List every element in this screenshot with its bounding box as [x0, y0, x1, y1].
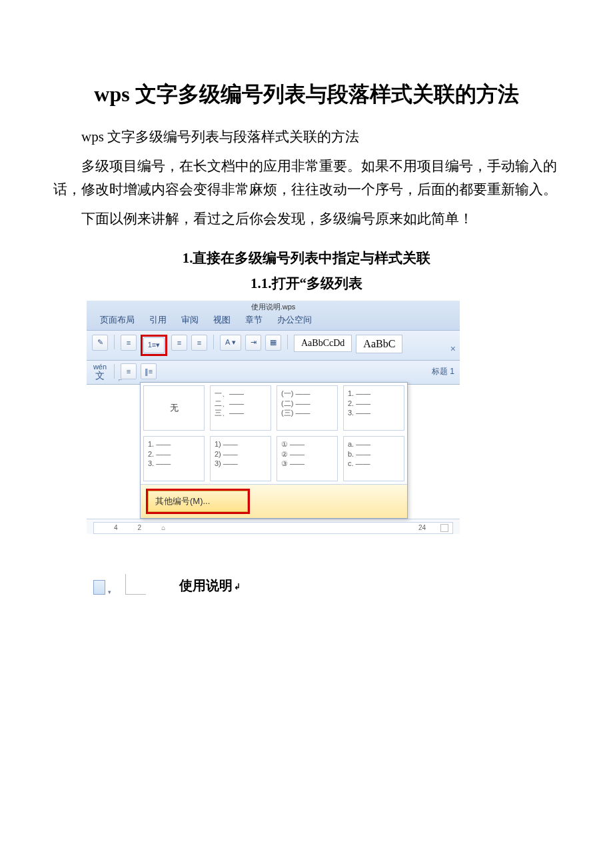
ruler-area: 4 2 ⌂ 24	[87, 519, 460, 534]
numbered-list-dropdown-button[interactable]: 1≡▾	[143, 337, 165, 353]
section-1-1-heading: 1.1.打开“多级列表	[53, 274, 560, 293]
ruler-mark-right: 24	[418, 524, 426, 531]
format-painter-icon[interactable]: ✎	[92, 335, 108, 351]
ribbon-toolbar-row2: wén 文 ≡ ‖≡ ⌐ 标题 1 ×	[87, 361, 460, 385]
ruler-mark: 4	[114, 524, 118, 531]
style-preview-normal[interactable]: AaBbCcDd	[294, 335, 352, 352]
style-preview-heading[interactable]: AaBbC	[356, 335, 402, 353]
preset-arabic-dot[interactable]: 1. —— 2. —— 3. ——	[343, 385, 404, 431]
section-1-heading: 1.直接在多级编号列表中指定与样式关联	[53, 249, 560, 267]
numbering-preset-grid: 无 一、—— 二、—— 三、—— (一) —— (二) —— (三) —— 1.…	[141, 383, 407, 485]
tab-page-layout[interactable]: 页面布局	[100, 314, 135, 326]
document-icon[interactable]	[93, 580, 105, 595]
embedded-screenshot: 使用说明.wps 页面布局 引用 审阅 视图 章节 办公空间 ✎ ≡ 1≡▾ ≡…	[87, 301, 460, 534]
decrease-indent-icon[interactable]: ≡	[171, 335, 187, 351]
separator	[114, 335, 115, 349]
bullet-list-icon[interactable]: ≡	[121, 335, 137, 351]
window-titlebar: 使用说明.wps	[87, 301, 460, 311]
style-name-label: 标题 1	[432, 366, 454, 377]
preset-cn-paren[interactable]: (一) —— (二) —— (三) ——	[277, 385, 338, 431]
separator	[114, 364, 115, 379]
ribbon-tabs: 页面布局 引用 审阅 视图 章节 办公空间	[87, 311, 460, 330]
usage-heading: 使用说明↲	[179, 577, 241, 595]
preset-circled[interactable]: ① —— ② —— ③ ——	[277, 436, 338, 481]
dropdown-footer-row: 其他编号(M)...	[141, 485, 407, 518]
paragraph-1: 多级项目编号，在长文档中的应用非常重要。如果不用项目编号，手动输入的话，修改时增…	[53, 155, 560, 202]
preset-none[interactable]: 无	[143, 385, 205, 431]
paragraph-mark-icon: ↲	[234, 582, 241, 591]
preset-arabic-dot2[interactable]: 1. —— 2. —— 3. ——	[143, 436, 205, 481]
tab-reference[interactable]: 引用	[149, 314, 167, 326]
tab-view[interactable]: 视图	[213, 314, 231, 326]
tab-review[interactable]: 审阅	[181, 314, 199, 326]
tab-icon[interactable]: ⇥	[245, 335, 261, 351]
other-numbering-menuitem[interactable]: 其他编号(M)...	[148, 491, 248, 512]
preset-alpha[interactable]: a. —— b. —— c. ——	[343, 436, 404, 481]
line-spacing-button[interactable]: ‖≡	[141, 363, 157, 379]
tab-chapter[interactable]: 章节	[245, 314, 263, 326]
document-title: wps 文字多级编号列表与段落样式关联的方法	[53, 80, 560, 109]
ruler-home-icon: ⌂	[161, 524, 165, 531]
intro-line: wps 文字多级编号列表与段落样式关联的方法	[53, 125, 560, 149]
document-page: wps 文字多级编号列表与段落样式关联的方法 wps 文字多级编号列表与段落样式…	[0, 0, 613, 621]
highlight-multilevel-button: 1≡▾	[141, 335, 167, 356]
separator	[287, 335, 288, 349]
paragraph-2: 下面以例来讲解，看过之后你会发现，多级编号原来如此简单！	[53, 207, 560, 231]
numbering-dropdown-panel: 无 一、—— 二、—— 三、—— (一) —— (二) —— (三) —— 1.…	[140, 382, 408, 519]
paragraph-icon[interactable]: ▦	[265, 335, 281, 351]
align-button[interactable]: ≡	[121, 363, 137, 379]
preset-arabic-paren[interactable]: 1) —— 2) —— 3) ——	[210, 436, 271, 481]
increase-indent-icon[interactable]: ≡	[191, 335, 207, 351]
pinyin-guide-icon[interactable]: wén 文	[92, 363, 108, 380]
below-screenshot-row: 使用说明↲	[93, 574, 560, 595]
preset-cn-number[interactable]: 一、—— 二、—— 三、——	[210, 385, 271, 431]
horizontal-ruler[interactable]: 4 2 ⌂ 24	[93, 522, 453, 534]
window-chrome: 使用说明.wps 页面布局 引用 审阅 视图 章节 办公空间	[87, 301, 460, 331]
font-button[interactable]: A ▾	[220, 335, 241, 351]
ruler-mark: 2	[138, 524, 142, 531]
close-icon[interactable]: ×	[450, 343, 456, 354]
page-corner-mark	[125, 574, 146, 595]
dialog-launcher-icon[interactable]: ⌐	[119, 376, 122, 383]
highlight-other-numbering: 其他编号(M)...	[146, 489, 250, 514]
ribbon-toolbar: ✎ ≡ 1≡▾ ≡ ≡ A ▾ ⇥ ▦ AaBbCcDd AaBbC	[87, 331, 460, 361]
separator	[213, 335, 214, 349]
tab-office-space[interactable]: 办公空间	[277, 314, 312, 326]
